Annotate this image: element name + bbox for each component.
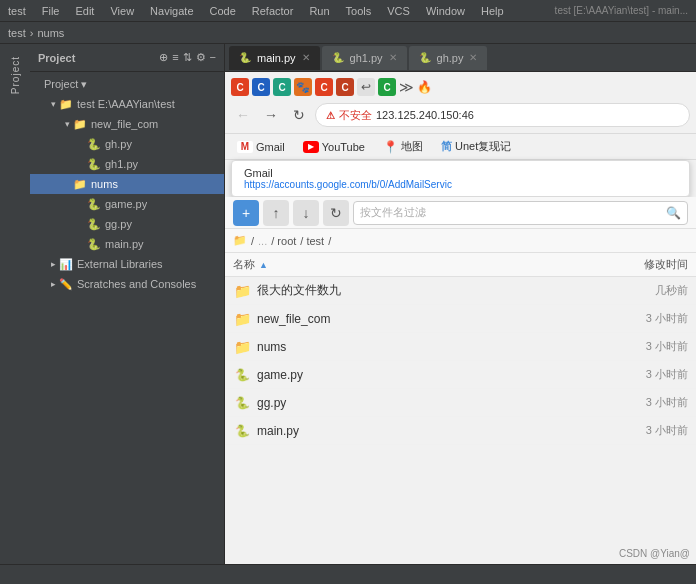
menu-window[interactable]: Window xyxy=(422,3,469,19)
tree-item-gg_py[interactable]: 🐍gg.py xyxy=(30,214,224,234)
tree-item-game_py[interactable]: 🐍game.py xyxy=(30,194,224,214)
ext-c3[interactable]: C xyxy=(273,78,291,96)
tab-main-py[interactable]: 🐍 main.py ✕ xyxy=(229,46,320,70)
file-row-time: 几秒前 xyxy=(608,283,688,298)
toolbar-locate[interactable]: ⊕ xyxy=(159,51,168,64)
menu-view[interactable]: View xyxy=(106,3,138,19)
tab-gh-py[interactable]: 🐍 gh.py ✕ xyxy=(409,46,488,70)
ide-container: test File Edit View Navigate Code Refact… xyxy=(0,0,696,584)
bookmark-gmail[interactable]: M Gmail xyxy=(231,136,291,158)
bookmark-maps[interactable]: 📍 地图 xyxy=(377,136,429,158)
tree-item-ext_libs[interactable]: ▸📊External Libraries xyxy=(30,254,224,274)
path-root[interactable]: / xyxy=(251,235,254,247)
path-sep1: ... xyxy=(258,235,267,247)
menu-test[interactable]: test xyxy=(4,3,30,19)
dropdown-title: Gmail xyxy=(244,167,677,179)
menu-tools[interactable]: Tools xyxy=(342,3,376,19)
tree-arrow-test: ▾ xyxy=(48,99,58,109)
tree-item-scratches[interactable]: ▸✏️Scratches and Consoles xyxy=(30,274,224,294)
ext-c2[interactable]: C xyxy=(252,78,270,96)
bookmarks-bar: M Gmail ▶ YouTube 📍 地图 简 xyxy=(225,134,696,160)
tree-item-test[interactable]: ▾📁test E:\AAAYian\test xyxy=(30,94,224,114)
toolbar-list[interactable]: ≡ xyxy=(172,51,178,64)
address-bar[interactable]: ⚠ 不安全 123.125.240.150:46 xyxy=(315,103,690,127)
menu-vcs[interactable]: VCS xyxy=(383,3,414,19)
url-dropdown-gmail[interactable]: Gmail https://accounts.google.com/b/0/Ad… xyxy=(232,161,689,196)
tab-main-py-close[interactable]: ✕ xyxy=(302,52,310,63)
file-row[interactable]: 🐍main.py3 小时前 xyxy=(225,417,696,445)
reload-button[interactable]: ↻ xyxy=(287,103,311,127)
ext-c4[interactable]: C xyxy=(315,78,333,96)
address-url: 123.125.240.150:46 xyxy=(376,109,474,121)
file-row-name: new_file_com xyxy=(257,312,608,326)
breadcrumb-test[interactable]: test xyxy=(8,27,26,39)
menu-file[interactable]: File xyxy=(38,3,64,19)
tree-item-project[interactable]: Project ▾ xyxy=(30,74,224,94)
file-row-name: main.py xyxy=(257,424,608,438)
folder-icon: 📁 xyxy=(234,311,251,327)
tree-item-gh1_py[interactable]: 🐍gh1.py xyxy=(30,154,224,174)
editor-area: 🐍 main.py ✕ 🐍 gh1.py ✕ 🐍 gh.py ✕ 1234567… xyxy=(225,44,696,564)
file-row[interactable]: 📁new_file_com3 小时前 xyxy=(225,305,696,333)
file-refresh-button[interactable]: ↻ xyxy=(323,200,349,226)
file-row[interactable]: 🐍gg.py3 小时前 xyxy=(225,389,696,417)
path-root-dir[interactable]: / root xyxy=(271,235,296,247)
tree-item-new_file_com[interactable]: ▾📁new_file_com xyxy=(30,114,224,134)
breadcrumb-nums[interactable]: nums xyxy=(37,27,64,39)
menu-help[interactable]: Help xyxy=(477,3,508,19)
ext-c5[interactable]: C xyxy=(336,78,354,96)
tab-gh-py-label: gh.py xyxy=(437,52,464,64)
ext-paw[interactable]: 🐾 xyxy=(294,78,312,96)
file-upload-button[interactable]: ↑ xyxy=(263,200,289,226)
col-time-header[interactable]: 修改时间 xyxy=(608,257,688,272)
ext-more[interactable]: ≫ xyxy=(399,79,414,95)
back-button[interactable]: ← xyxy=(231,103,255,127)
search-placeholder: 按文件名过滤 xyxy=(360,205,426,220)
tree-icon-gh1_py: 🐍 xyxy=(86,158,102,171)
bookmark-unet[interactable]: 简 Unet复现记 xyxy=(435,136,517,158)
tree-label-game_py: game.py xyxy=(105,198,147,210)
file-row[interactable]: 📁nums3 小时前 xyxy=(225,333,696,361)
file-download-button[interactable]: ↓ xyxy=(293,200,319,226)
tree-icon-new_file_com: 📁 xyxy=(72,118,88,131)
file-row-icon: 📁 xyxy=(233,310,251,328)
file-row[interactable]: 🐍game.py3 小时前 xyxy=(225,361,696,389)
bookmark-youtube-label: YouTube xyxy=(322,141,365,153)
menu-navigate[interactable]: Navigate xyxy=(146,3,197,19)
toolbar-settings[interactable]: ⚙ xyxy=(196,51,206,64)
search-icon: 🔍 xyxy=(666,206,681,220)
file-search[interactable]: 按文件名过滤 🔍 xyxy=(353,201,688,225)
project-label[interactable]: Project xyxy=(10,56,21,94)
python-file-icon: 🐍 xyxy=(235,424,250,438)
file-row[interactable]: 📁很大的文件数九几秒前 xyxy=(225,277,696,305)
menu-refactor[interactable]: Refactor xyxy=(248,3,298,19)
tree-label-ext_libs: External Libraries xyxy=(77,258,163,270)
tree-area: Project ▾▾📁test E:\AAAYian\test▾📁new_fil… xyxy=(30,72,224,564)
tree-item-gh_py[interactable]: 🐍gh.py xyxy=(30,134,224,154)
bookmark-youtube[interactable]: ▶ YouTube xyxy=(297,136,371,158)
menu-edit[interactable]: Edit xyxy=(71,3,98,19)
col-time-label: 修改时间 xyxy=(644,258,688,270)
ext-c1[interactable]: C xyxy=(231,78,249,96)
tree-item-nums[interactable]: 📁nums xyxy=(30,174,224,194)
file-list: 📁很大的文件数九几秒前📁new_file_com3 小时前📁nums3 小时前🐍… xyxy=(225,277,696,564)
file-add-button[interactable]: + xyxy=(233,200,259,226)
tab-gh-py-close[interactable]: ✕ xyxy=(469,52,477,63)
path-test[interactable]: / test xyxy=(300,235,324,247)
tree-item-main_py[interactable]: 🐍main.py xyxy=(30,234,224,254)
ext-fire[interactable]: 🔥 xyxy=(417,80,432,94)
ext-back[interactable]: ↩ xyxy=(357,78,375,96)
forward-button[interactable]: → xyxy=(259,103,283,127)
bookmark-unet-label: Unet复现记 xyxy=(455,139,511,154)
col-name-header[interactable]: 名称 ▲ xyxy=(233,257,608,272)
menu-run[interactable]: Run xyxy=(305,3,333,19)
file-row-time: 3 小时前 xyxy=(608,311,688,326)
menu-code[interactable]: Code xyxy=(206,3,240,19)
tab-gh1-py-close[interactable]: ✕ xyxy=(389,52,397,63)
tab-gh1-py[interactable]: 🐍 gh1.py ✕ xyxy=(322,46,407,70)
project-header: Project ⊕ ≡ ⇅ ⚙ − xyxy=(30,44,224,72)
ext-c6[interactable]: C xyxy=(378,78,396,96)
toolbar-sort[interactable]: ⇅ xyxy=(183,51,192,64)
toolbar-collapse[interactable]: − xyxy=(210,51,216,64)
dropdown-url: https://accounts.google.com/b/0/AddMailS… xyxy=(244,179,677,190)
